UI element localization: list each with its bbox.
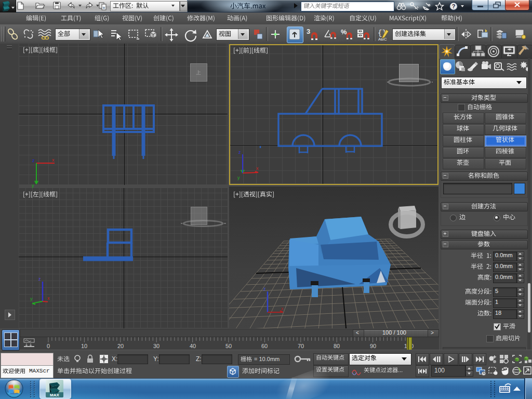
svg-text:z: z bbox=[32, 158, 35, 163]
svg-text:x: x bbox=[281, 306, 284, 311]
svg-text:%: % bbox=[341, 28, 347, 36]
svg-text:z: z bbox=[238, 150, 241, 155]
svg-text:x: x bbox=[52, 157, 55, 163]
svg-text:x: x bbox=[256, 166, 259, 171]
svg-text:?: ? bbox=[452, 3, 456, 9]
svg-text:x: x bbox=[47, 296, 50, 301]
svg-text:3: 3 bbox=[307, 28, 310, 35]
svg-text:MAX: MAX bbox=[50, 393, 59, 397]
svg-text:z: z bbox=[263, 286, 266, 291]
svg-text:y: y bbox=[30, 296, 33, 301]
svg-text:z: z bbox=[38, 276, 41, 282]
svg-text:y: y bbox=[237, 175, 240, 180]
svg-text:y: y bbox=[32, 183, 34, 188]
